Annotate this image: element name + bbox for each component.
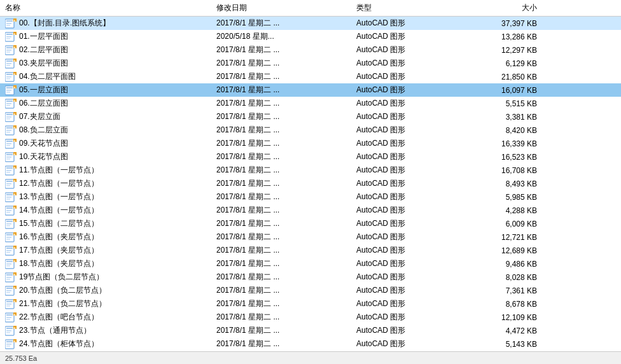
table-row[interactable]: A 00.【封面.目录.图纸系统】2017/8/1 星期二 ...AutoCAD…: [0, 17, 621, 30]
table-row[interactable]: A 03.夹层平面图2017/8/1 星期二 ...AutoCAD 图形6,12…: [0, 57, 621, 70]
file-icon: A: [5, 32, 17, 42]
svg-rect-80: [6, 197, 11, 198]
file-type: AutoCAD 图形: [356, 18, 471, 29]
svg-text:A: A: [14, 233, 16, 236]
file-date: 2017/8/1 星期二 ...: [216, 192, 356, 202]
svg-rect-26: [6, 76, 11, 78]
file-icon: A: [5, 99, 17, 109]
table-row[interactable]: A 21.节点图（负二层节点）2017/8/1 星期二 ...AutoCAD 图…: [0, 297, 621, 311]
svg-rect-129: [6, 305, 10, 307]
file-size: 16,339 KB: [471, 139, 547, 148]
file-type: AutoCAD 图形: [356, 98, 471, 109]
table-row[interactable]: A 17.节点图（夹层节点）2017/8/1 星期二 ...AutoCAD 图形…: [0, 244, 621, 257]
file-icon: A: [5, 179, 17, 189]
file-type: AutoCAD 图形: [356, 312, 471, 323]
svg-rect-1: [6, 20, 13, 22]
table-row[interactable]: A 06.二层立面图2017/8/1 星期二 ...AutoCAD 图形5,51…: [0, 97, 621, 110]
file-date: 2017/8/1 星期二 ...: [216, 151, 356, 162]
table-row[interactable]: A 05.一层立面图2017/8/1 星期二 ...AutoCAD 图形16,0…: [0, 83, 621, 97]
file-type: AutoCAD 图形: [356, 205, 471, 216]
file-type: AutoCAD 图形: [356, 245, 471, 256]
file-rows: A 00.【封面.目录.图纸系统】2017/8/1 星期二 ...AutoCAD…: [0, 17, 621, 364]
file-size: 37,397 KB: [471, 19, 547, 28]
file-icon: A: [5, 246, 17, 256]
table-row[interactable]: A 07.夹层立面2017/8/1 星期二 ...AutoCAD 图形3,381…: [0, 110, 621, 123]
table-row[interactable]: A 13.节点图（一层节点）2017/8/1 星期二 ...AutoCAD 图形…: [0, 190, 621, 204]
file-icon: A: [5, 219, 17, 229]
table-row[interactable]: A 18.节点图（夹层节点）2017/8/1 星期二 ...AutoCAD 图形…: [0, 257, 621, 270]
file-name: 02.二层平面图: [19, 45, 68, 55]
file-type: AutoCAD 图形: [356, 111, 471, 122]
svg-rect-56: [6, 143, 11, 144]
svg-rect-81: [6, 199, 10, 200]
svg-rect-39: [6, 105, 10, 106]
file-name: 08.负二层立面: [19, 125, 68, 136]
table-row[interactable]: A 19节点图（负二层节点）2017/8/1 星期二 ...AutoCAD 图形…: [0, 270, 621, 284]
svg-rect-2: [6, 23, 11, 24]
table-row[interactable]: A 04.负二层平面图2017/8/1 星期二 ...AutoCAD 图形21,…: [0, 70, 621, 83]
svg-text:A: A: [14, 166, 16, 169]
table-row[interactable]: A 11.节点图（一层节点）2017/8/1 星期二 ...AutoCAD 图形…: [0, 164, 621, 177]
file-name: 21.节点图（负二层节点）: [19, 298, 106, 309]
table-row[interactable]: A 23.节点（通用节点）2017/8/1 星期二 ...AutoCAD 图形4…: [0, 324, 621, 337]
file-type: AutoCAD 图形: [356, 31, 471, 42]
file-size: 12,721 KB: [471, 233, 547, 242]
table-row[interactable]: A 02.二层平面图2017/8/1 星期二 ...AutoCAD 图形12,2…: [0, 43, 621, 57]
file-name: 19节点图（负二层节点）: [19, 272, 104, 283]
file-name: 00.【封面.目录.图纸系统】: [19, 18, 110, 29]
file-date: 2017/8/1 星期二 ...: [216, 138, 356, 149]
file-date: 2017/8/1 星期二 ...: [216, 125, 356, 136]
table-row[interactable]: A 09.天花节点图2017/8/1 星期二 ...AutoCAD 图形16,3…: [0, 137, 621, 150]
file-type: AutoCAD 图形: [356, 258, 471, 269]
table-row[interactable]: A 10.天花节点图2017/8/1 星期二 ...AutoCAD 图形16,5…: [0, 150, 621, 164]
table-row[interactable]: A 24.节点图（柜体节点）2017/8/1 星期二 ...AutoCAD 图形…: [0, 337, 621, 351]
table-row[interactable]: A 22.节点图（吧台节点）2017/8/1 星期二 ...AutoCAD 图形…: [0, 311, 621, 324]
svg-rect-8: [6, 36, 11, 38]
file-name: 04.负二层平面图: [19, 71, 76, 82]
file-type: AutoCAD 图形: [356, 218, 471, 229]
svg-rect-121: [6, 288, 13, 289]
file-date: 2017/8/1 星期二 ...: [216, 232, 356, 242]
svg-text:A: A: [14, 273, 16, 276]
file-icon: A: [5, 286, 17, 296]
file-type: AutoCAD 图形: [356, 192, 471, 202]
file-list-container[interactable]: 名称 修改日期 类型 大小 A 00.【封面.目录.图纸系统】2017/8/1 …: [0, 0, 621, 364]
svg-text:A: A: [14, 300, 16, 303]
file-size: 8,493 KB: [471, 179, 547, 188]
svg-rect-128: [6, 304, 11, 305]
header-type[interactable]: 类型: [356, 3, 471, 13]
svg-rect-68: [6, 170, 11, 171]
table-row[interactable]: A 15.节点图（二层节点）2017/8/1 星期二 ...AutoCAD 图形…: [0, 217, 621, 230]
header-name[interactable]: 名称: [0, 3, 216, 13]
file-size: 5,985 KB: [471, 193, 547, 202]
header-date[interactable]: 修改日期: [216, 3, 356, 13]
header-size[interactable]: 大小: [471, 3, 547, 13]
table-row[interactable]: A 20.节点图（负二层节点）2017/8/1 星期二 ...AutoCAD 图…: [0, 284, 621, 297]
file-icon: A: [5, 259, 17, 269]
table-row[interactable]: A 16.节点图（夹层节点）2017/8/1 星期二 ...AutoCAD 图形…: [0, 230, 621, 244]
file-name: 03.夹层平面图: [19, 58, 68, 69]
table-row[interactable]: A 14.节点图（一层节点）2017/8/1 星期二 ...AutoCAD 图形…: [0, 204, 621, 217]
svg-rect-51: [6, 132, 10, 133]
file-icon: A: [5, 165, 17, 176]
file-icon: A: [5, 206, 17, 216]
svg-rect-43: [6, 114, 13, 115]
table-row[interactable]: A 08.负二层立面2017/8/1 星期二 ...AutoCAD 图形8,42…: [0, 123, 621, 137]
file-type: AutoCAD 图形: [356, 232, 471, 242]
table-row[interactable]: A 12.节点图（一层节点）2017/8/1 星期二 ...AutoCAD 图形…: [0, 177, 621, 190]
file-size: 12,689 KB: [471, 246, 547, 255]
table-row[interactable]: A 01.一层平面图2020/5/18 星期...AutoCAD 图形13,28…: [0, 30, 621, 43]
file-size: 8,420 KB: [471, 126, 547, 135]
file-date: 2017/8/1 星期二 ...: [216, 339, 356, 349]
file-date: 2017/8/1 星期二 ...: [216, 18, 356, 29]
file-type: AutoCAD 图形: [356, 151, 471, 162]
file-date: 2017/8/1 星期二 ...: [216, 85, 356, 95]
svg-rect-19: [6, 60, 13, 62]
file-size: 4,472 KB: [471, 326, 547, 335]
svg-rect-37: [6, 101, 13, 102]
file-type: AutoCAD 图形: [356, 325, 471, 336]
svg-rect-32: [6, 90, 11, 91]
svg-rect-63: [6, 158, 10, 160]
file-name: 11.节点图（一层节点）: [19, 165, 99, 176]
svg-rect-69: [6, 172, 10, 173]
